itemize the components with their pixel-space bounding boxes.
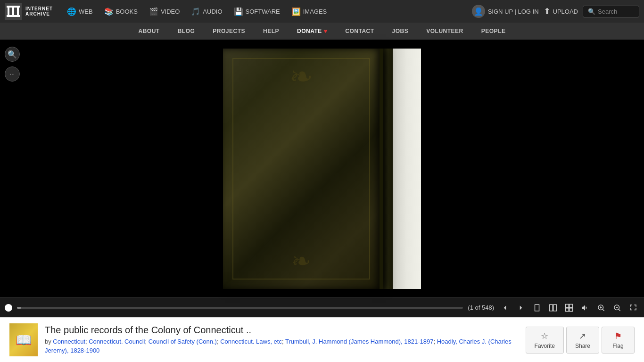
nav-software[interactable]: 💾 SOFTWARE	[229, 4, 285, 19]
software-icon: 💾	[234, 7, 243, 16]
svg-rect-8	[553, 304, 557, 311]
user-icon: 👤	[472, 5, 485, 18]
thumbnail-view-button[interactable]	[563, 303, 575, 313]
single-page-icon	[533, 304, 541, 312]
logo[interactable]: INTERNET ARCHIVE	[5, 3, 53, 20]
svg-rect-5	[17, 8, 19, 15]
author-link-1[interactable]: Connecticut. Council	[89, 338, 145, 345]
nav-donate[interactable]: DONATE ♥	[295, 24, 329, 38]
search-icon: 🔍	[588, 8, 595, 15]
svg-line-19	[619, 309, 620, 311]
prev-icon	[501, 304, 509, 312]
fullscreen-button[interactable]	[627, 303, 639, 313]
nav-volunteer[interactable]: VOLUNTEER	[424, 24, 465, 38]
scrubber-track[interactable]	[17, 307, 463, 309]
svg-rect-2	[7, 15, 20, 17]
svg-line-16	[603, 309, 604, 311]
svg-rect-12	[570, 308, 573, 311]
book-authors: by Connecticut; Connecticut. Council; Co…	[45, 337, 519, 354]
search-input[interactable]	[598, 8, 638, 15]
upload-section[interactable]: ⬆ UPLOAD	[544, 6, 578, 16]
zoom-out-button[interactable]	[611, 303, 623, 313]
top-navigation: INTERNET ARCHIVE 🌐 WEB 📚 BOOKS 🎬 VIDEO 🎵…	[0, 0, 644, 23]
viewer-controls	[499, 303, 639, 313]
cover-ornament-bottom: ❧	[291, 247, 311, 275]
author-link-4[interactable]: Trumbull, J. Hammond (James Hammond), 18…	[285, 338, 434, 345]
heart-icon: ♥	[324, 28, 328, 34]
book-actions: ☆ Favorite ↗ Share ⚑ Flag	[526, 327, 635, 354]
web-icon: 🌐	[67, 7, 76, 16]
nav-right: 👤 SIGN UP | LOG IN ⬆ UPLOAD 🔍	[472, 5, 639, 18]
viewer-more-icon: ···	[10, 71, 15, 77]
nav-help[interactable]: HELP	[261, 24, 281, 38]
viewer-more-button[interactable]: ···	[5, 66, 20, 82]
video-icon: 🎬	[149, 7, 158, 16]
book-thumb-icon: 📖	[16, 332, 32, 348]
share-button[interactable]: ↗ Share	[566, 327, 599, 354]
star-icon: ☆	[541, 331, 548, 341]
book-thumbnail: 📖	[9, 323, 38, 356]
scrubber-progress	[17, 307, 21, 309]
audio-icon	[581, 304, 589, 312]
svg-rect-9	[566, 304, 569, 307]
flag-icon: ⚑	[614, 331, 622, 341]
book-details: The public records of the Colony of Conn…	[45, 325, 519, 354]
nav-images[interactable]: 🖼️ IMAGES	[287, 4, 332, 19]
logo-text: INTERNET ARCHIVE	[25, 6, 53, 16]
zoom-out-icon	[613, 304, 621, 312]
nav-contact[interactable]: CONTACT	[343, 24, 376, 38]
scrubber-handle[interactable]	[5, 304, 12, 312]
flag-button[interactable]: ⚑ Flag	[602, 327, 635, 354]
zoom-in-icon	[597, 304, 605, 312]
nav-books[interactable]: 📚 BOOKS	[99, 4, 142, 19]
book-title: The public records of the Colony of Conn…	[45, 325, 519, 336]
nav-audio[interactable]: 🎵 AUDIO	[186, 4, 227, 19]
single-page-view-button[interactable]	[531, 303, 543, 313]
cover-ornament-top: ❧	[289, 63, 313, 91]
main-nav-items: 🌐 WEB 📚 BOOKS 🎬 VIDEO 🎵 AUDIO 💾 SOFTWARE…	[62, 4, 472, 19]
book-cover: ❧ ❧	[223, 49, 383, 289]
nav-blog[interactable]: BLOG	[176, 24, 197, 38]
nav-about[interactable]: ABOUT	[137, 24, 162, 38]
nav-web[interactable]: 🌐 WEB	[62, 4, 98, 19]
next-icon	[517, 304, 525, 312]
author-link-3[interactable]: Connecticut. Laws, etc	[220, 338, 282, 345]
nav-people[interactable]: PEOPLE	[479, 24, 508, 38]
scrubber-area: (1 of 548)	[0, 297, 644, 317]
svg-rect-4	[12, 8, 14, 15]
user-section[interactable]: 👤 SIGN UP | LOG IN	[472, 5, 539, 18]
svg-rect-10	[570, 304, 573, 307]
page-count: (1 of 548)	[468, 304, 494, 311]
search-box[interactable]: 🔍	[583, 6, 639, 17]
book-viewer: 🔍 ··· ❧ ❧	[0, 40, 644, 297]
book-page-white	[393, 49, 421, 289]
next-page-button[interactable]	[515, 303, 527, 313]
thumbnail-icon	[565, 304, 573, 312]
upload-icon: ⬆	[544, 6, 551, 16]
viewer-search-icon: 🔍	[8, 50, 17, 59]
svg-rect-6	[535, 304, 539, 311]
viewer-search-button[interactable]: 🔍	[5, 47, 20, 62]
double-page-view-button[interactable]	[547, 303, 559, 313]
favorite-button[interactable]: ☆ Favorite	[526, 327, 564, 354]
book-pages: ❧ ❧	[223, 40, 421, 297]
double-page-icon	[549, 304, 557, 312]
author-link-2[interactable]: Council of Safety (Conn.)	[149, 338, 217, 345]
audio-button[interactable]	[579, 303, 591, 313]
audio-icon: 🎵	[191, 7, 200, 16]
nav-projects[interactable]: PROJECTS	[211, 24, 247, 38]
author-link-0[interactable]: Connecticut	[53, 338, 85, 345]
svg-rect-3	[8, 8, 9, 15]
books-icon: 📚	[104, 7, 114, 16]
logo-icon	[5, 3, 22, 20]
svg-rect-1	[7, 6, 20, 8]
nav-video[interactable]: 🎬 VIDEO	[144, 4, 184, 19]
secondary-navigation: ABOUT BLOG PROJECTS HELP DONATE ♥ CONTAC…	[0, 23, 644, 40]
svg-rect-7	[550, 304, 553, 311]
prev-page-button[interactable]	[499, 303, 511, 313]
zoom-in-button[interactable]	[595, 303, 607, 313]
nav-jobs[interactable]: JOBS	[390, 24, 411, 38]
images-icon: 🖼️	[291, 7, 301, 16]
fullscreen-icon	[629, 304, 637, 312]
side-controls: 🔍 ···	[5, 47, 20, 82]
